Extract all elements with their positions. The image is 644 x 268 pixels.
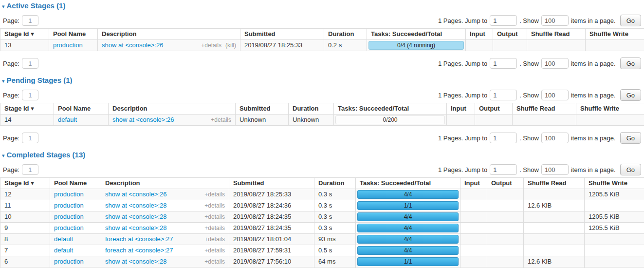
tasks-cell: 1/1 [356, 256, 460, 268]
pages-count-label: 1 Pages. Jump to [438, 92, 487, 99]
column-header[interactable]: Submitted [229, 178, 314, 189]
column-header[interactable]: Description [109, 103, 236, 115]
page-number-input[interactable] [22, 164, 38, 175]
column-header[interactable]: Output [475, 103, 513, 115]
show-count-input[interactable] [541, 164, 569, 175]
page-number-input[interactable] [22, 90, 38, 100]
column-header[interactable]: Pool Name [54, 103, 109, 115]
jump-to-input[interactable] [490, 90, 517, 100]
jump-to-input[interactable] [490, 58, 517, 69]
column-header[interactable]: Description [101, 178, 229, 189]
stage-id-cell: 9 [0, 223, 50, 234]
pool-name-link[interactable]: default [54, 235, 73, 243]
pool-name-link[interactable]: production [54, 258, 84, 265]
details-toggle[interactable]: +details [204, 236, 225, 243]
details-toggle[interactable]: +details [201, 42, 221, 49]
column-header[interactable]: Stage Id ▾ [0, 178, 50, 189]
description-link[interactable]: show at <console>:28 [105, 224, 166, 231]
section-heading[interactable]: ▾Pending Stages (1) [2, 75, 644, 85]
column-header[interactable]: Shuffle Read [524, 178, 585, 189]
column-header[interactable]: Output [493, 29, 527, 40]
column-header[interactable]: Pool Name [50, 178, 101, 189]
pool-name-link[interactable]: production [53, 41, 83, 49]
details-toggle[interactable]: +details [211, 116, 231, 123]
description-link[interactable]: foreach at <console>:27 [105, 247, 173, 254]
details-toggle[interactable]: +details [204, 213, 225, 220]
description-link[interactable]: foreach at <console>:27 [105, 235, 173, 243]
jump-to-input[interactable] [490, 164, 517, 175]
column-header[interactable]: Submitted [236, 103, 289, 115]
page-number-input[interactable] [22, 15, 38, 26]
duration-cell: 0.3 s [314, 189, 356, 200]
column-header[interactable]: Pool Name [49, 29, 98, 40]
go-button[interactable]: Go [620, 89, 641, 101]
section-heading[interactable]: ▾Active Stages (1) [2, 0, 644, 11]
description-link[interactable]: show at <console>:28 [105, 213, 166, 220]
column-header[interactable]: Input [447, 103, 475, 115]
column-header[interactable]: Tasks: Succeeded/Total [367, 29, 466, 40]
pool-name-link[interactable]: production [54, 224, 84, 231]
show-count-input[interactable] [541, 133, 569, 143]
go-button[interactable]: Go [620, 57, 641, 69]
pages-count-label: 1 Pages. Jump to [438, 134, 487, 142]
tasks-progress-bar: 0/4 (4 running) [368, 41, 464, 50]
column-header[interactable]: Shuffle Read [527, 29, 586, 40]
stage-id-cell: 8 [0, 234, 50, 245]
go-button[interactable]: Go [620, 164, 641, 175]
go-button[interactable]: Go [620, 15, 641, 26]
section-heading[interactable]: ▾Completed Stages (13) [2, 149, 644, 160]
show-label: . Show [519, 166, 539, 173]
page-number-input[interactable] [22, 133, 38, 143]
column-header[interactable]: Duration [324, 29, 367, 40]
column-header[interactable]: Description [98, 29, 240, 40]
details-toggle[interactable]: +details [204, 258, 225, 265]
column-header[interactable]: Input [466, 29, 493, 40]
pool-name-link[interactable]: production [54, 213, 84, 220]
column-header[interactable]: Shuffle Write [576, 103, 644, 115]
column-header[interactable]: Stage Id ▾ [0, 103, 54, 115]
show-count-input[interactable] [541, 90, 569, 100]
jump-to-input[interactable] [490, 15, 517, 26]
details-toggle[interactable]: +details [204, 247, 225, 254]
column-header[interactable]: Input [460, 178, 487, 189]
column-header[interactable]: Shuffle Write [585, 178, 644, 189]
pool-name-cell: production [50, 256, 101, 268]
details-toggle[interactable]: +details [204, 191, 225, 198]
page-number-input[interactable] [22, 58, 38, 69]
pool-name-link[interactable]: production [54, 202, 84, 209]
column-header[interactable]: Duration [289, 103, 334, 115]
column-header[interactable]: Submitted [240, 29, 324, 40]
description-extras: +details [204, 258, 225, 265]
jump-to-input[interactable] [490, 133, 517, 143]
column-header[interactable]: Duration [314, 178, 356, 189]
column-header[interactable]: Tasks: Succeeded/Total [334, 103, 447, 115]
column-header[interactable]: Stage Id ▾ [0, 29, 49, 40]
show-count-input[interactable] [541, 15, 569, 26]
description-link[interactable]: show at <console>:26 [105, 191, 166, 198]
description-link[interactable]: show at <console>:26 [112, 116, 174, 123]
column-header[interactable]: Tasks: Succeeded/Total [356, 178, 460, 189]
column-header[interactable]: Shuffle Write [586, 29, 644, 40]
details-toggle[interactable]: +details [204, 225, 225, 231]
details-toggle[interactable]: +details [204, 202, 225, 209]
shuffle-read-cell [524, 245, 585, 256]
description-link[interactable]: show at <console>:26 [102, 41, 163, 49]
collapse-arrow-icon: ▾ [2, 153, 5, 158]
pages-count-label: 1 Pages. Jump to [438, 166, 487, 173]
go-button[interactable]: Go [620, 132, 641, 144]
column-header[interactable]: Shuffle Read [513, 103, 576, 115]
tasks-cell: 4/4 [356, 223, 460, 234]
pool-name-link[interactable]: production [54, 191, 84, 198]
description-link[interactable]: show at <console>:28 [105, 258, 166, 265]
column-header[interactable]: Output [487, 178, 524, 189]
shuffle-read-cell: 12.6 KiB [524, 256, 585, 268]
pool-name-link[interactable]: default [58, 116, 77, 123]
stage-id-cell: 6 [0, 256, 50, 268]
description-link[interactable]: show at <console>:28 [105, 202, 166, 209]
show-count-input[interactable] [541, 58, 569, 69]
kill-link[interactable]: (kill) [225, 42, 236, 49]
pool-name-link[interactable]: default [54, 247, 73, 254]
output-cell [475, 115, 513, 126]
tasks-progress-bar: 4/4 [357, 246, 459, 255]
submitted-cell: Unknown [236, 115, 289, 126]
